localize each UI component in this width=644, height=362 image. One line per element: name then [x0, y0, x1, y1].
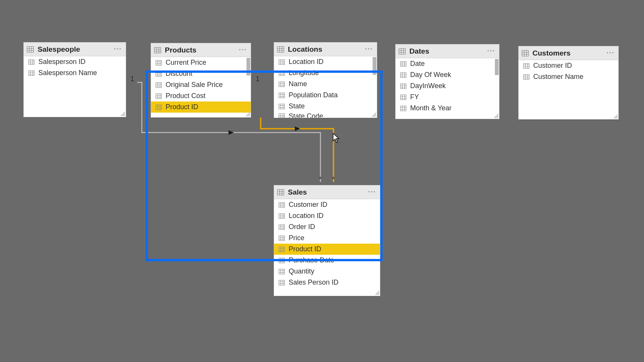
- table-title: Customers: [532, 49, 606, 57]
- cardinality-sales-many-2: *: [332, 175, 335, 183]
- field-row[interactable]: State Code: [274, 112, 377, 118]
- cardinality-locations-one: 1: [256, 75, 260, 83]
- ellipsis-icon[interactable]: ···: [367, 188, 377, 196]
- field-row[interactable]: Population Data: [274, 90, 377, 101]
- field-icon: [279, 113, 285, 118]
- field-label: Discount: [166, 70, 192, 78]
- table-header-dates[interactable]: Dates ···: [396, 44, 499, 58]
- ellipsis-icon[interactable]: ···: [113, 45, 123, 53]
- field-label: Name: [289, 80, 307, 88]
- model-canvas[interactable]: 1 1 * * Salespeople ··· Salesperson ID S…: [0, 0, 644, 362]
- svg-marker-1: [295, 126, 300, 131]
- field-row[interactable]: Customer Name: [519, 71, 618, 82]
- ellipsis-icon[interactable]: ···: [364, 45, 374, 53]
- field-icon: [279, 70, 285, 76]
- field-row[interactable]: Customer ID: [519, 60, 618, 71]
- table-icon: [27, 46, 34, 52]
- field-icon: [279, 202, 285, 208]
- field-row[interactable]: Order ID: [274, 221, 380, 233]
- field-row[interactable]: Day Of Week: [396, 69, 499, 80]
- field-row-highlighted[interactable]: Product ID: [151, 102, 251, 113]
- table-title: Sales: [288, 188, 367, 197]
- field-label: Quantity: [289, 267, 314, 275]
- field-icon: [156, 82, 162, 88]
- field-list-salespeople: Salesperson ID Salesperson Name: [24, 56, 126, 117]
- table-icon: [277, 189, 284, 195]
- field-row[interactable]: Name: [274, 79, 377, 90]
- field-row[interactable]: Longitude: [274, 67, 377, 79]
- scrollbar-thumb[interactable]: [373, 57, 376, 75]
- field-row[interactable]: Discount: [151, 68, 251, 79]
- ellipsis-icon[interactable]: ···: [238, 46, 248, 54]
- table-header-products[interactable]: Products ···: [151, 43, 251, 57]
- table-dates[interactable]: Dates ··· Date Day Of Week DayInWeek FY …: [395, 44, 499, 119]
- table-salespeople[interactable]: Salespeople ··· Salesperson ID Salespers…: [23, 42, 126, 117]
- field-row[interactable]: Customer ID: [274, 199, 380, 210]
- field-label: Product ID: [289, 245, 321, 253]
- field-row[interactable]: DayInWeek: [396, 80, 499, 92]
- field-row[interactable]: State: [274, 101, 377, 112]
- field-label: Day Of Week: [410, 71, 451, 79]
- mouse-cursor-icon: [332, 133, 340, 143]
- ellipsis-icon[interactable]: ···: [486, 47, 496, 55]
- field-icon: [279, 280, 285, 285]
- resize-grip[interactable]: [613, 114, 618, 118]
- field-icon: [400, 95, 406, 100]
- field-label: Customer ID: [533, 62, 572, 70]
- table-icon: [154, 47, 161, 53]
- table-header-locations[interactable]: Locations ···: [274, 43, 377, 56]
- field-list-customers: Customer ID Customer Name: [519, 60, 618, 119]
- table-products[interactable]: Products ··· Current Price Discount Orig…: [151, 43, 251, 118]
- field-row[interactable]: Product Cost: [151, 90, 251, 102]
- field-row[interactable]: Month & Year: [396, 103, 499, 114]
- field-icon: [279, 93, 285, 98]
- table-customers[interactable]: Customers ··· Customer ID Customer Name: [518, 46, 619, 120]
- field-row[interactable]: FY: [396, 92, 499, 103]
- field-row[interactable]: Current Price: [151, 57, 251, 68]
- resize-grip[interactable]: [375, 290, 379, 295]
- field-row[interactable]: Location ID: [274, 210, 380, 221]
- field-label: Location ID: [289, 58, 324, 66]
- field-label: Original Sale Price: [166, 81, 223, 89]
- table-header-salespeople[interactable]: Salespeople ···: [24, 43, 126, 56]
- field-label: Price: [289, 234, 304, 242]
- ellipsis-icon[interactable]: ···: [606, 49, 615, 57]
- field-icon: [156, 71, 162, 77]
- field-row[interactable]: Original Sale Price: [151, 79, 251, 90]
- resize-grip[interactable]: [371, 112, 376, 117]
- table-header-customers[interactable]: Customers ···: [519, 46, 618, 60]
- field-icon: [523, 63, 529, 69]
- field-row[interactable]: Price: [274, 233, 380, 244]
- table-header-sales[interactable]: Sales ···: [274, 185, 380, 199]
- table-icon: [522, 50, 529, 56]
- field-row-highlighted[interactable]: Product ID: [274, 244, 380, 255]
- field-icon: [156, 105, 162, 110]
- field-row[interactable]: Sales Person ID: [274, 277, 380, 288]
- field-list-locations: Location ID Longitude Name Population Da…: [274, 56, 377, 118]
- field-row[interactable]: Salesperson ID: [24, 56, 126, 67]
- field-icon: [28, 59, 34, 65]
- field-icon: [156, 93, 162, 99]
- resize-grip[interactable]: [245, 112, 250, 116]
- resize-grip[interactable]: [494, 113, 498, 118]
- field-row[interactable]: Date: [396, 58, 499, 69]
- resize-grip[interactable]: [120, 111, 125, 116]
- table-locations[interactable]: Locations ··· Location ID Longitude Name…: [274, 42, 377, 118]
- field-row[interactable]: Salesperson Name: [24, 67, 126, 79]
- field-label: State Code: [289, 112, 323, 118]
- field-label: Current Price: [166, 59, 206, 67]
- field-icon: [400, 61, 406, 67]
- table-sales[interactable]: Sales ··· Customer ID Location ID Order …: [274, 185, 380, 296]
- field-label: Customer ID: [289, 201, 327, 209]
- table-title: Dates: [409, 47, 486, 56]
- field-list-sales: Customer ID Location ID Order ID Price P…: [274, 199, 380, 296]
- field-icon: [156, 60, 162, 66]
- field-label: Longitude: [289, 69, 319, 77]
- field-row[interactable]: Quantity: [274, 266, 380, 277]
- field-row[interactable]: Location ID: [274, 56, 377, 67]
- field-row[interactable]: Purchase Date: [274, 255, 380, 266]
- svg-marker-0: [228, 130, 234, 135]
- scrollbar-thumb[interactable]: [495, 59, 499, 75]
- field-label: Sales Person ID: [289, 278, 338, 287]
- scrollbar-thumb[interactable]: [246, 58, 250, 75]
